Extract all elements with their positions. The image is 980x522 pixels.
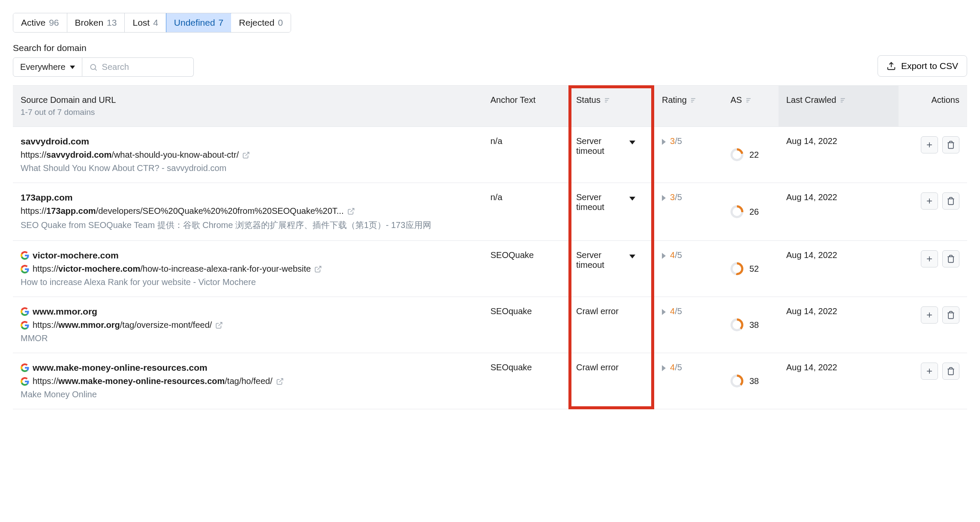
source-domain[interactable]: 173app.com: [21, 192, 475, 203]
chevron-down-icon: [70, 66, 75, 69]
source-url[interactable]: https://www.make-money-online-resources.…: [21, 376, 475, 386]
cell-crawled: Aug 14, 2022: [779, 297, 899, 353]
cell-anchor: SEOquake: [483, 297, 568, 353]
chevron-down-icon: [629, 141, 635, 144]
cell-status[interactable]: Server timeout: [568, 241, 654, 297]
sort-icon: [604, 97, 611, 104]
cell-as: 26: [723, 183, 779, 240]
google-icon: [21, 377, 29, 386]
external-link-icon: [276, 378, 284, 385]
tab-undefined[interactable]: Undefined7: [166, 13, 231, 33]
trash-icon: [947, 141, 955, 149]
chevron-right-icon: [662, 309, 666, 315]
th-status[interactable]: Status: [568, 86, 654, 126]
source-title: Make Money Online: [21, 390, 475, 399]
svg-point-0: [90, 64, 96, 69]
cell-status[interactable]: Server timeout: [568, 183, 654, 240]
delete-button[interactable]: [942, 136, 959, 153]
tab-count: 13: [107, 18, 117, 28]
tab-count: 96: [49, 18, 59, 28]
source-title: What Should You Know About CTR? - savvyd…: [21, 163, 475, 173]
chevron-down-icon: [629, 197, 635, 201]
th-source-label: Source Domain and URL: [21, 95, 116, 105]
add-button[interactable]: [921, 363, 938, 380]
toolbar: Search for domain Everywhere Export to C…: [13, 43, 967, 77]
export-csv-button[interactable]: Export to CSV: [878, 55, 967, 77]
source-url[interactable]: https://www.mmor.org/tag/oversize-mont/f…: [21, 320, 475, 330]
rating-value: 4/5: [670, 250, 682, 260]
as-donut-icon: [730, 375, 743, 387]
delete-button[interactable]: [942, 306, 959, 324]
cell-rating[interactable]: 4/5: [654, 297, 723, 353]
source-domain[interactable]: savvydroid.com: [21, 136, 475, 147]
cell-rating[interactable]: 3/5: [654, 183, 723, 240]
th-crawled[interactable]: Last Crawled: [779, 86, 899, 126]
source-url[interactable]: https://173app.com/developers/SEO%20Quak…: [21, 206, 475, 216]
tab-lost[interactable]: Lost4: [125, 13, 166, 32]
th-status-label: Status: [576, 95, 601, 105]
cell-actions: [899, 183, 967, 240]
cell-crawled: Aug 14, 2022: [779, 241, 899, 297]
trash-icon: [947, 197, 955, 205]
as-donut-icon: [730, 318, 743, 331]
th-rating[interactable]: Rating: [654, 86, 723, 126]
table-row: savvydroid.comhttps://savvydroid.com/wha…: [13, 127, 967, 183]
cell-anchor: SEOQuake: [483, 241, 568, 297]
chevron-down-icon: [629, 255, 635, 258]
cell-status[interactable]: Server timeout: [568, 127, 654, 183]
cell-rating[interactable]: 3/5: [654, 127, 723, 183]
svg-line-15: [246, 152, 249, 156]
cell-status: Crawl error: [568, 353, 654, 409]
search-group: Search for domain Everywhere: [13, 43, 194, 77]
cell-anchor: n/a: [483, 183, 568, 240]
th-as[interactable]: AS: [723, 86, 779, 126]
search-input-wrap: [82, 57, 194, 77]
tab-count: 0: [278, 18, 283, 28]
tab-broken[interactable]: Broken13: [67, 13, 125, 32]
external-link-icon: [314, 265, 322, 273]
as-value: 22: [749, 150, 759, 160]
cell-actions: [899, 127, 967, 183]
svg-line-1: [95, 69, 96, 70]
svg-line-21: [318, 266, 321, 270]
source-url[interactable]: https://victor-mochere.com/how-to-increa…: [21, 264, 475, 274]
search-scope-value: Everywhere: [20, 62, 66, 72]
delete-button[interactable]: [942, 192, 959, 210]
delete-button[interactable]: [942, 250, 959, 267]
tab-active[interactable]: Active96: [13, 13, 67, 32]
source-domain[interactable]: victor-mochere.com: [21, 250, 475, 261]
source-domain[interactable]: www.make-money-online-resources.com: [21, 363, 475, 373]
search-scope-select[interactable]: Everywhere: [13, 57, 82, 77]
th-actions: Actions: [899, 86, 967, 126]
plus-icon: [925, 197, 934, 205]
add-button[interactable]: [921, 250, 938, 267]
source-domain[interactable]: www.mmor.org: [21, 306, 475, 317]
sort-icon: [690, 97, 697, 104]
sort-icon: [746, 97, 752, 104]
cell-crawled: Aug 14, 2022: [779, 183, 899, 240]
tab-label: Lost: [132, 18, 150, 28]
delete-button[interactable]: [942, 363, 959, 380]
add-button[interactable]: [921, 192, 938, 210]
cell-source: savvydroid.comhttps://savvydroid.com/wha…: [13, 127, 483, 183]
status-text: Server timeout: [576, 136, 623, 156]
tab-rejected[interactable]: Rejected0: [231, 13, 291, 32]
chevron-right-icon: [662, 195, 666, 201]
cell-crawled: Aug 14, 2022: [779, 353, 899, 409]
cell-rating[interactable]: 4/5: [654, 353, 723, 409]
table-row: www.mmor.orghttps://www.mmor.org/tag/ove…: [13, 297, 967, 353]
search-input[interactable]: [102, 62, 186, 72]
cell-rating[interactable]: 4/5: [654, 241, 723, 297]
status-text: Server timeout: [576, 250, 623, 270]
add-button[interactable]: [921, 136, 938, 153]
cell-source: victor-mochere.comhttps://victor-mochere…: [13, 241, 483, 297]
plus-icon: [925, 367, 934, 375]
add-button[interactable]: [921, 306, 938, 324]
as-value: 26: [749, 207, 759, 217]
cell-actions: [899, 297, 967, 353]
as-value: 52: [749, 264, 759, 274]
source-url[interactable]: https://savvydroid.com/what-should-you-k…: [21, 150, 475, 160]
th-source-sub: 1-7 out of 7 domains: [21, 108, 116, 117]
svg-line-18: [350, 208, 354, 212]
tab-count: 7: [219, 18, 224, 28]
